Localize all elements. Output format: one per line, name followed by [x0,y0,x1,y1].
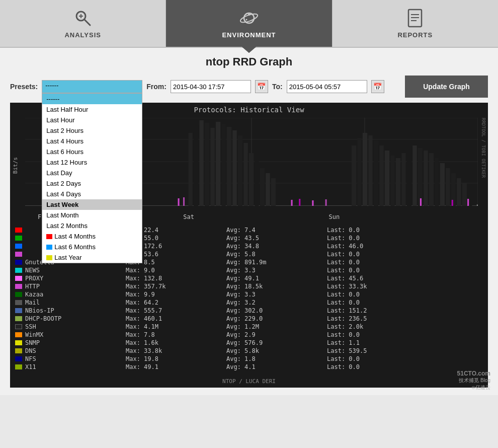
to-calendar-btn[interactable]: 📅 [371,80,384,93]
svg-rect-44 [385,151,389,206]
legend-row-snmp: SNMP Max: 1.6kAvg: 576.9Last: 1.1 [15,339,483,347]
color-dhcp [15,316,22,321]
legend-row-nfs: NFS Max: 19.8Avg: 1.8Last: 0.0 [15,355,483,363]
legend-row-winmx: WinMX Max: 7.8Avg: 2.9Last: 0.0 [15,331,483,339]
svg-line-1 [85,20,90,25]
x-label-sat: Sat [183,213,194,220]
svg-rect-32 [243,143,247,206]
planet-icon [239,8,259,28]
legend-color-1 [15,228,22,233]
legend-row-dns: DNS Max: 33.8kAvg: 5.8kLast: 539.5 [15,347,483,355]
svg-rect-48 [407,148,411,206]
nav-reports[interactable]: REPORTS [333,0,498,47]
color-winmx [15,332,22,337]
svg-rect-35 [260,168,265,206]
svg-rect-34 [255,161,259,206]
svg-rect-47 [401,153,405,206]
svg-rect-37 [271,178,276,206]
color-http [15,284,22,289]
preset-option-blank[interactable]: ------ [42,94,142,104]
preset-select-display[interactable]: ------ [42,80,142,93]
preset-last-week[interactable]: Last Week [42,199,142,210]
svg-rect-66 [299,199,300,206]
legend-row-1-last: Last: 0.0 [327,227,428,234]
nav-analysis[interactable]: ANALYSIS [0,0,166,47]
svg-rect-26 [210,128,214,206]
legend-row-4-last: Last: 0.0 [327,251,428,258]
preset-select-wrapper: ------ ------ Last Half Hour Last Hour L… [42,80,142,93]
nav-environment[interactable]: ENVIRONMENT [166,0,332,47]
preset-last-day[interactable]: Last Day [42,168,142,178]
update-graph-button[interactable]: Update Graph [405,76,488,98]
svg-rect-24 [199,120,203,206]
svg-marker-72 [477,204,478,206]
legend-row-3-avg: Avg: 34.8 [226,243,327,250]
preset-last-half-hour[interactable]: Last Half Hour [42,104,142,115]
svg-rect-41 [368,135,372,206]
from-calendar-btn[interactable]: 📅 [255,80,268,93]
preset-last-2-days[interactable]: Last 2 Days [42,178,142,189]
color-dns [15,348,22,353]
legend-row-2-last: Last: 0.0 [327,235,428,242]
preset-last-12-hours[interactable]: Last 12 Hours [42,157,142,168]
legend-row-3-last: Last: 46.0 [327,243,428,250]
preset-last-6-hours[interactable]: Last 6 Hours [42,146,142,157]
color-nfs [15,356,22,361]
svg-rect-58 [462,183,467,206]
svg-rect-51 [424,151,428,206]
svg-rect-49 [412,145,417,206]
from-label: From: [146,83,167,91]
svg-rect-55 [446,168,450,206]
legend-row-dhcp: DHCP-BOOTP Max: 460.1Avg: 229.0Last: 236… [15,315,483,323]
preset-last-2-hours[interactable]: Last 2 Hours [42,125,142,136]
preset-last-6-months[interactable]: Last 6 Months [42,242,142,252]
preset-last-4-months[interactable]: Last 4 Months [42,231,142,242]
preset-last-year[interactable]: Last Year [42,252,142,263]
svg-rect-67 [312,200,313,206]
svg-rect-33 [249,153,254,206]
preset-last-4-hours[interactable]: Last 4 Hours [42,136,142,146]
controls-row: Presets: ------ ------ Last Half Hour La… [10,76,488,98]
svg-rect-45 [390,156,394,206]
svg-rect-63 [178,198,179,206]
legend-row-nbios: NBios-IP Max: 555.7Avg: 302.0Last: 151.2 [15,307,483,315]
y-axis-label: Bit/s [12,157,19,174]
color-news [15,268,22,273]
color-nbios [15,308,22,313]
color-kazaa [15,292,22,297]
svg-rect-29 [227,127,231,206]
svg-rect-69 [420,198,422,206]
to-date-input[interactable] [287,80,367,93]
legend-row-news: NEWS Max: 9.0Avg: 3.3Last: 0.0 [15,266,483,274]
svg-point-6 [248,14,250,16]
svg-rect-64 [183,197,185,206]
svg-rect-70 [452,200,453,206]
svg-rect-36 [266,173,270,206]
nav-environment-label: ENVIRONMENT [222,31,276,39]
svg-rect-38 [352,145,356,206]
svg-rect-65 [291,200,292,206]
legend-color-2 [15,236,22,241]
color-ssh [15,324,22,329]
preset-last-2-months[interactable]: Last 2 Months [42,220,142,231]
svg-rect-71 [467,199,469,206]
preset-last-month[interactable]: Last Month [42,210,142,220]
presets-label: Presets: [10,83,38,91]
color-gnutella [15,260,22,265]
preset-dropdown: ------ Last Half Hour Last Hour Last 2 H… [42,93,142,263]
svg-rect-68 [325,199,327,206]
from-date-input[interactable] [171,80,251,93]
color-snmp [15,340,22,345]
preset-last-4-days[interactable]: Last 4 Days [42,189,142,199]
color-x11 [15,364,22,369]
search-icon [73,8,93,28]
preset-last-hour[interactable]: Last Hour [42,115,142,125]
color-proxy [15,276,22,281]
footer-text: NTOP / LUCA DERI [10,376,488,388]
legend-row-2-avg: Avg: 43.5 [226,235,327,242]
svg-rect-27 [216,122,220,206]
svg-rect-50 [418,148,423,206]
svg-rect-23 [194,125,198,206]
legend-row-proxy: PROXY Max: 132.8Avg: 49.1Last: 45.6 [15,274,483,282]
color-mail [15,300,22,305]
